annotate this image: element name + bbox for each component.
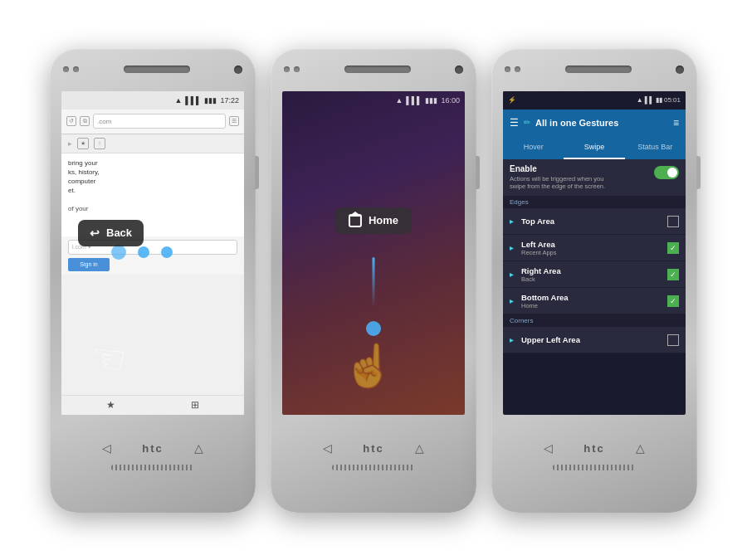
phone-3: ⚡ ▲ ▌▌ ▮▮ 05:01 ☰ ✏ All in one Gestures … [491,48,697,513]
scroll-indicator: ▸ [68,139,72,148]
phone-2-nav: ◁ htc △ [307,441,440,455]
phone-1-camera [234,66,242,74]
right-area-sublabel: Back [521,275,561,283]
phone-1-brand: htc [142,442,164,455]
phone-3-side-button[interactable] [696,156,701,189]
phone-2: ▲ ▌▌▌ ▮▮▮ 16:00 Home ☝ ◁ htc △ [271,48,476,513]
phone-1-nav: ◁ htc △ [86,441,219,455]
top-area-label: Top Area [521,217,554,226]
phone-2-camera [455,66,463,74]
signal-icon-2: ▌▌▌ [406,96,422,105]
phone-2-speaker [344,66,411,73]
bottom-area-label: Bottom Area [521,293,569,302]
scene: ▲ ▌▌▌ ▮▮▮ 17:22 ↺ ⧉ .com ☰ ▸ ★ ↑ [0,0,747,560]
enable-description: Actions will be triggered when you swipe… [510,175,618,192]
app-title: All in one Gestures [535,118,618,128]
left-area-sublabel: Recent Apps [521,249,557,256]
wifi-icon-2: ▲ [395,96,403,105]
left-area-checkbox[interactable]: ✓ [667,242,679,254]
gesture-dots [111,245,173,260]
upper-left-area-left: ▸ Upper Left Area [510,335,580,344]
screen2-statusbar: ▲ ▌▌▌ ▮▮▮ 16:00 [282,91,465,110]
gesture-hand: ☞ [86,332,129,384]
phone-2-bottom: ◁ htc △ [271,415,476,498]
right-area-label: Right Area [521,266,561,275]
time-display: 17:22 [220,96,239,105]
history-icon: ⊞ [191,399,199,411]
top-chevron-icon: ▸ [510,217,518,226]
upper-left-area-checkbox[interactable] [667,334,679,346]
pencil-icon: ✏ [524,118,530,127]
menu-icon[interactable]: ☰ [229,116,239,126]
nav-home-icon[interactable]: △ [194,441,203,455]
s3-status-right: ▲ ▌▌ ▮▮ 05:01 [637,96,681,104]
left-chevron-icon: ▸ [510,243,518,252]
phone-1-side-button[interactable] [255,156,259,189]
tab-swipe[interactable]: Swipe [564,136,624,159]
right-area-row[interactable]: ▸ Right Area Back ✓ [503,261,686,288]
phone-1-speaker [124,66,190,73]
usb-icon: ⚡ [508,96,516,104]
edges-section-header: Edges [503,196,686,208]
top-area-info: Top Area [521,217,554,226]
screen1-statusbar: ▲ ▌▌▌ ▮▮▮ 17:22 [61,91,244,110]
hamburger-icon[interactable]: ☰ [510,117,519,129]
enable-text: Enable Actions will be triggered when yo… [510,164,618,192]
nav-back-icon-3[interactable]: ◁ [544,441,553,455]
bottom-area-row[interactable]: ▸ Bottom Area Home ✓ [503,288,686,314]
screen3-titlebar: ☰ ✏ All in one Gestures ≡ [503,110,686,136]
enable-toggle[interactable] [654,166,679,179]
tab-statusbar[interactable]: Status Bar [625,136,686,159]
phone-2-speaker-grill [332,465,415,470]
screen1-urlbar[interactable]: ↺ ⧉ .com ☰ [61,110,244,134]
signin-label: Sign in [80,261,97,267]
tabs-icon[interactable]: ⧉ [80,116,90,126]
edges-label: Edges [510,198,529,206]
bottom-chevron-icon: ▸ [510,296,518,305]
bottom-area-checkbox[interactable]: ✓ [667,295,679,307]
s3-status-left: ⚡ [508,96,516,104]
wifi-icon: ▲ [174,96,182,105]
phone-1: ▲ ▌▌▌ ▮▮▮ 17:22 ↺ ⧉ .com ☰ ▸ ★ ↑ [50,48,256,513]
back-gesture-overlay: ↩ Back [78,220,144,246]
back-gesture-label: Back [106,226,132,239]
bottom-area-info: Bottom Area Home [521,293,569,309]
phone-3-brand: htc [583,442,605,455]
wifi-icon-3: ▲ [637,96,643,104]
phone-2-top [271,48,476,91]
bottom-area-sublabel: Home [521,302,569,309]
phone-3-screen: ⚡ ▲ ▌▌ ▮▮ 05:01 ☰ ✏ All in one Gestures … [503,91,686,415]
home-gesture-line [373,257,375,307]
phone-3-camera [676,66,684,74]
phone-2-side-button[interactable] [476,156,480,189]
signal-icon: ▌▌▌ [185,96,201,105]
upper-left-area-row[interactable]: ▸ Upper Left Area [503,327,686,353]
more-options-icon[interactable]: ≡ [673,117,679,129]
dot-4 [294,66,300,72]
enable-title: Enable [510,164,618,173]
bookmark-icon[interactable]: ★ [77,138,89,149]
gesture-dot-1 [138,246,149,258]
phone-3-dots [505,66,520,72]
top-area-checkbox[interactable] [667,216,679,227]
corners-label: Corners [510,317,533,324]
share-icon[interactable]: ↑ [94,138,105,149]
nav-back-icon-2[interactable]: ◁ [323,441,332,455]
top-area-row[interactable]: ▸ Top Area [503,208,686,235]
left-area-row[interactable]: ▸ Left Area Recent Apps ✓ [503,235,686,261]
phone-2-brand: htc [363,442,384,455]
browser-icons-row: ▸ ★ ↑ [61,134,244,153]
reload-icon[interactable]: ↺ [66,116,76,126]
nav-home-icon-3[interactable]: △ [636,441,645,455]
url-text: .com [97,118,111,125]
time-display-2: 16:00 [441,96,460,105]
signin-button[interactable]: Sign in [68,258,110,271]
nav-home-icon-2[interactable]: △ [415,441,424,455]
right-area-checkbox[interactable]: ✓ [667,269,679,280]
phone-3-top [491,48,697,91]
right-area-info: Right Area Back [521,266,561,283]
nav-back-icon[interactable]: ◁ [102,441,111,455]
phone-3-bottom: ◁ htc △ [491,415,697,498]
url-input[interactable]: .com [93,114,226,129]
tab-hover[interactable]: Hover [503,136,564,159]
